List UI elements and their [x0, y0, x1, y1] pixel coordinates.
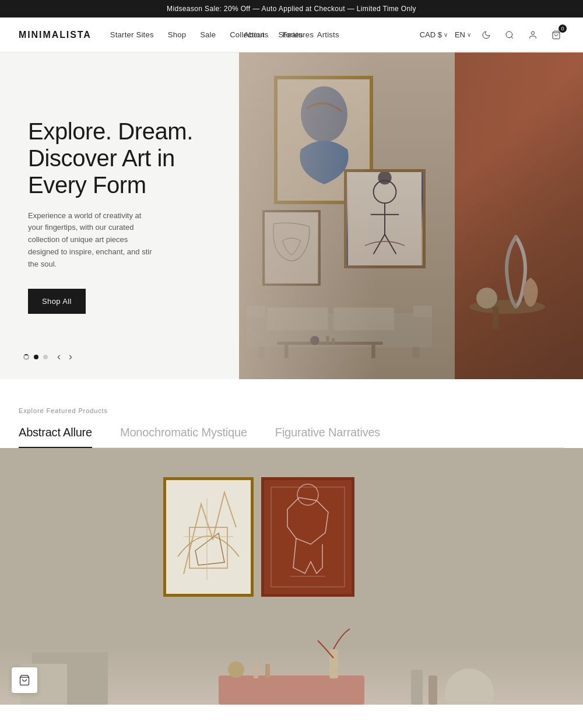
hero-title: Explore. Dream. Discover Art in Every Fo…	[28, 118, 216, 198]
loading-spinner-icon	[23, 354, 29, 360]
slideshow-dots: ‹ ›	[23, 351, 72, 363]
svg-rect-40	[329, 649, 338, 678]
svg-point-41	[445, 668, 494, 705]
featured-label: Explore Featured Products	[19, 407, 564, 414]
nav-item-shop[interactable]: Shop	[168, 30, 186, 39]
header: MINIMALISTA Starter Sites Shop Sale Coll…	[0, 18, 583, 52]
hero-image-overlay	[239, 52, 583, 379]
currency-chevron-icon: ∨	[444, 32, 448, 38]
svg-point-0	[506, 32, 512, 38]
featured-products-section: Explore Featured Products Abstract Allur…	[0, 379, 583, 448]
currency-selector[interactable]: CAD $ ∨	[420, 30, 448, 39]
gallery-background-image	[0, 448, 583, 705]
account-button[interactable]	[525, 27, 541, 43]
nav-item-stories[interactable]: Stories	[279, 30, 303, 39]
dot-2[interactable]	[43, 355, 48, 359]
logo[interactable]: MINIMALISTA	[19, 30, 92, 40]
tab-abstract-allure[interactable]: Abstract Allure	[19, 426, 92, 447]
moon-icon	[482, 30, 491, 40]
language-label: EN	[455, 30, 465, 39]
hero-title-line2: Discover Art in Every Form	[28, 145, 175, 198]
currency-label: CAD $	[420, 30, 442, 39]
hero-title-line1: Explore. Dream.	[28, 118, 193, 144]
announcement-text: Midseason Sale: 20% Off — Auto Applied a…	[167, 5, 416, 13]
nav-item-sale[interactable]: Sale	[200, 30, 216, 39]
svg-rect-39	[265, 664, 270, 678]
nav-item-artists[interactable]: Artists	[317, 30, 339, 39]
gallery-artwork-1	[163, 477, 254, 597]
announcement-bar: Midseason Sale: 20% Off — Auto Applied a…	[0, 0, 583, 18]
search-button[interactable]	[501, 27, 518, 43]
dark-mode-toggle[interactable]	[478, 27, 494, 43]
gallery-floor-svg	[0, 617, 583, 705]
product-tabs: Abstract Allure Monochromatic Mystique F…	[19, 426, 564, 448]
nav-item-about[interactable]: About	[244, 30, 264, 39]
svg-point-37	[228, 662, 244, 678]
hero-description: Experience a world of creativity at your…	[28, 210, 156, 271]
language-chevron-icon: ∨	[467, 32, 471, 38]
svg-rect-31	[264, 480, 352, 594]
prev-slide-button[interactable]: ‹	[57, 351, 61, 363]
secondary-nav: About Stories Artists	[244, 30, 339, 39]
gallery-artwork-1-content	[166, 480, 251, 594]
cart-badge: 0	[559, 24, 567, 33]
gallery-section	[0, 448, 583, 705]
gallery-cart-icon	[19, 674, 30, 686]
tab-monochromatic-mystique[interactable]: Monochromatic Mystique	[120, 426, 247, 447]
cart-button[interactable]: 0	[548, 27, 564, 43]
language-selector[interactable]: EN ∨	[455, 30, 471, 39]
hero-image-area	[239, 52, 583, 379]
svg-line-1	[511, 37, 513, 38]
gallery-artwork-2	[261, 477, 354, 597]
hero-background-image	[239, 52, 583, 379]
nav-item-starter-sites[interactable]: Starter Sites	[110, 30, 154, 39]
hero-section: Explore. Dream. Discover Art in Every Fo…	[0, 52, 583, 379]
svg-rect-42	[411, 670, 423, 705]
gallery-artwork-2-content	[264, 480, 352, 594]
svg-rect-38	[254, 661, 258, 678]
header-right: CAD $ ∨ EN ∨	[420, 27, 564, 43]
gallery-cart-button[interactable]	[12, 667, 37, 693]
dot-1[interactable]	[34, 355, 38, 359]
shop-all-button[interactable]: Shop All	[28, 289, 86, 314]
gallery-floor-objects	[0, 617, 583, 705]
svg-rect-43	[429, 676, 437, 705]
hero-content: Explore. Dream. Discover Art in Every Fo…	[0, 52, 239, 379]
account-icon	[528, 30, 538, 40]
next-slide-button[interactable]: ›	[69, 351, 72, 363]
nav-secondary: About Stories Artists	[244, 30, 339, 39]
svg-point-2	[531, 32, 534, 34]
tab-figurative-narratives[interactable]: Figurative Narratives	[275, 426, 380, 447]
search-icon	[505, 30, 514, 40]
svg-rect-36	[219, 676, 364, 705]
